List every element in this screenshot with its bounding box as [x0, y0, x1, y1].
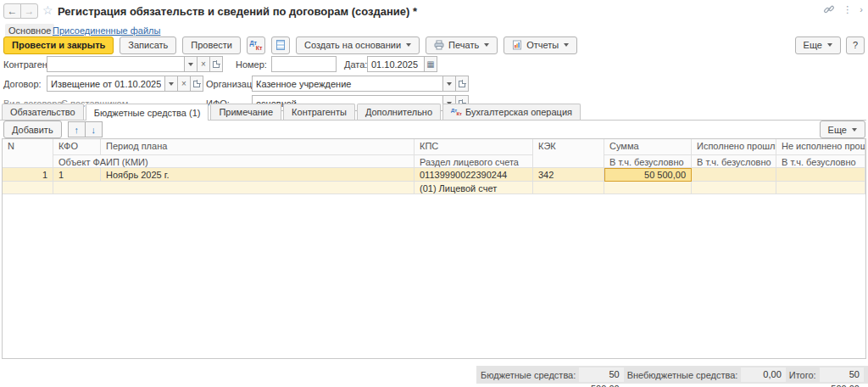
off-budget-funds-total-value: 0,00: [741, 367, 785, 382]
move-up-button[interactable]: ↑: [68, 121, 86, 137]
create-based-on-button[interactable]: Создать на основании: [296, 36, 420, 54]
contract-dropdown-button[interactable]: [164, 76, 178, 92]
post-button[interactable]: Провести: [182, 36, 241, 54]
tab-budget-funds[interactable]: Бюджетные средства (1): [86, 104, 209, 121]
organization-dropdown-button[interactable]: [442, 76, 456, 92]
arrow-up-icon: ↑: [74, 125, 79, 135]
field-row-counterparty: Контрагент: × Номер: Дата: ▦: [0, 56, 868, 73]
col-header-plan-period[interactable]: Период плана: [101, 139, 415, 155]
cell-incl-unconditional-amount[interactable]: [604, 182, 692, 194]
tab-accounting-operation-label: Бухгалтерская операция: [465, 104, 572, 120]
register-records-button[interactable]: [271, 36, 290, 54]
cell-incl-unconditional-executed[interactable]: [692, 182, 776, 194]
nav-attached-files[interactable]: Присоединенные файлы: [53, 25, 160, 36]
counterparty-open-button[interactable]: [209, 56, 223, 72]
chevron-down-icon: [852, 128, 857, 132]
contract-field: ×: [47, 76, 203, 92]
tab-counterparties[interactable]: Контрагенты: [283, 104, 355, 120]
grand-total-label: Итого:: [789, 370, 816, 380]
report-icon: [512, 40, 522, 50]
col-header-kfo[interactable]: КФО: [53, 139, 101, 155]
tab-additional[interactable]: Дополнительно: [357, 104, 441, 120]
col-header-not-executed-past-years[interactable]: Не исполнено прошлых лет: [776, 139, 865, 155]
number-label: Номер:: [236, 59, 267, 70]
get-link-icon[interactable]: [823, 3, 835, 15]
col-header-kps[interactable]: КПС: [415, 139, 533, 155]
help-button[interactable]: ?: [846, 36, 865, 54]
counterparty-clear-button[interactable]: ×: [197, 56, 210, 72]
cell-incl-unconditional-not-executed[interactable]: [776, 182, 865, 194]
cell-kfo[interactable]: 1: [53, 168, 101, 182]
reports-button[interactable]: Отчеты: [504, 36, 577, 54]
contract-input[interactable]: [47, 76, 165, 92]
counterparty-dropdown-button[interactable]: [184, 56, 198, 72]
history-buttons: ← →: [3, 3, 38, 19]
tab-accounting-operation[interactable]: ДтКт Бухгалтерская операция: [442, 104, 581, 120]
counterparty-field: ×: [47, 56, 223, 72]
more-vertical-icon[interactable]: ⋮: [843, 4, 852, 15]
cell-kps[interactable]: 01139990022390244: [415, 168, 533, 182]
grand-total-value: 50 500,00: [820, 367, 864, 382]
number-field: [271, 56, 337, 72]
contract-open-button[interactable]: [190, 76, 203, 92]
chevron-down-icon: [564, 43, 569, 47]
print-button[interactable]: Печать: [426, 36, 498, 54]
post-and-close-button[interactable]: Провести и закрыть: [3, 36, 114, 54]
chevron-down-icon: [188, 63, 193, 66]
table-toolbar: Добавить ↑ ↓ Еще: [3, 121, 865, 138]
chevron-down-icon: [827, 43, 832, 47]
more-label: Еще: [804, 40, 822, 50]
col-header-account-section[interactable]: Раздел лицевого счета: [415, 155, 533, 168]
table-more-button[interactable]: Еще: [820, 121, 865, 138]
date-input[interactable]: [367, 56, 425, 72]
back-button[interactable]: ←: [3, 3, 21, 19]
window-actions: ⋮ ›: [823, 3, 863, 15]
forward-button[interactable]: →: [20, 3, 38, 19]
toolbar-right: Еще ?: [795, 36, 865, 54]
col-header-n[interactable]: N: [3, 139, 53, 168]
open-icon: [213, 61, 220, 68]
col-header-executed-past-years[interactable]: Исполнено прошлых лет: [692, 139, 776, 155]
cell-executed-past-years[interactable]: [692, 168, 776, 182]
contract-clear-button[interactable]: ×: [177, 76, 191, 92]
organization-open-button[interactable]: [455, 76, 469, 92]
cell-account-section[interactable]: (01) Лицевой счет: [415, 182, 533, 194]
chevron-down-icon: [447, 82, 452, 86]
cell-amount-selected[interactable]: 50 500,00: [604, 168, 692, 182]
move-down-button[interactable]: ↓: [85, 121, 103, 137]
col-header-incl-unconditional-2[interactable]: В т.ч. безусловно: [692, 155, 776, 168]
cell-row-number[interactable]: 1: [3, 168, 53, 182]
clear-icon: ×: [181, 80, 186, 88]
move-buttons: ↑ ↓: [68, 121, 103, 137]
totals-bar: Бюджетные средства: 50 500,00 Внебюджетн…: [476, 366, 868, 384]
write-button[interactable]: Записать: [120, 36, 176, 54]
tab-note[interactable]: Примечание: [210, 104, 281, 120]
cell-kek[interactable]: 342: [533, 168, 604, 182]
chevron-down-icon: [406, 43, 411, 47]
col-header-kek[interactable]: КЭК: [533, 139, 604, 168]
cell-plan-period[interactable]: Ноябрь 2025 г.: [101, 168, 415, 182]
number-input[interactable]: [271, 56, 337, 72]
date-calendar-button[interactable]: ▦: [424, 56, 437, 72]
more-button[interactable]: Еще: [795, 36, 841, 54]
cell-subrow-kek[interactable]: [533, 182, 604, 194]
add-row-button[interactable]: Добавить: [3, 121, 62, 138]
col-header-amount[interactable]: Сумма: [604, 139, 692, 155]
date-label: Дата:: [344, 59, 367, 70]
cell-subrow-n[interactable]: [3, 182, 53, 194]
organization-input[interactable]: [252, 76, 443, 92]
open-icon: [193, 81, 200, 87]
col-header-incl-unconditional-3[interactable]: В т.ч. безусловно: [776, 155, 865, 168]
col-header-faip-object[interactable]: Объект ФАИП (КМИ): [53, 155, 415, 168]
cell-faip-object[interactable]: [53, 182, 415, 194]
tab-obligation[interactable]: Обязательство: [2, 104, 84, 120]
col-header-incl-unconditional-1[interactable]: В т.ч. безусловно: [604, 155, 692, 168]
organization-field: [252, 76, 469, 92]
chevron-right-icon[interactable]: ›: [860, 4, 863, 14]
forward-icon: →: [25, 5, 35, 17]
show-postings-button[interactable]: ДтКт: [247, 36, 265, 54]
counterparty-input[interactable]: [47, 56, 185, 72]
calendar-icon: ▦: [426, 60, 434, 69]
cell-not-executed-past-years[interactable]: [776, 168, 865, 182]
favorite-star-icon[interactable]: ☆: [42, 3, 53, 17]
